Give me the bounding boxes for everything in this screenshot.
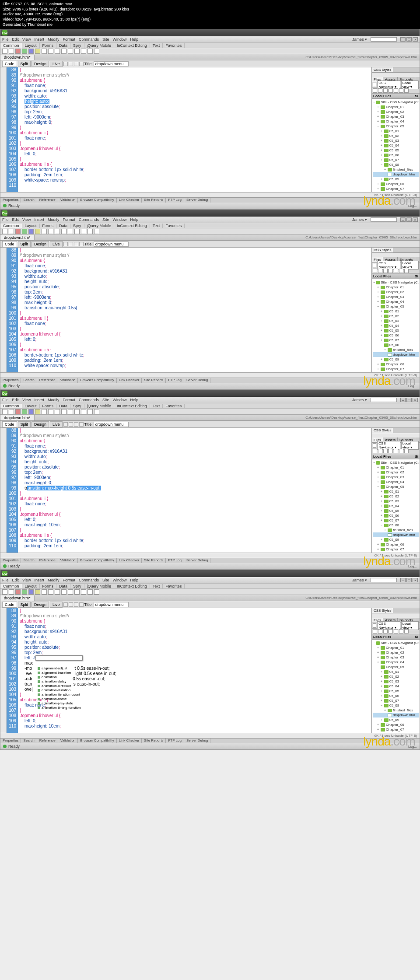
insert-tab[interactable]: Forms: [40, 584, 57, 588]
max-button[interactable]: □: [406, 398, 412, 402]
insert-tab[interactable]: InContext Editing: [114, 584, 150, 588]
file-tree[interactable]: −Site - CSS Navigator (C:\Use...+Chapter…: [372, 99, 420, 192]
menubar[interactable]: FileEditViewInsertModifyFormatCommandsSi…: [0, 217, 420, 223]
autocomplete-item[interactable]: alignment-adjust: [36, 666, 82, 671]
insert-tab[interactable]: Common: [0, 404, 22, 408]
insert-tab[interactable]: Layout: [22, 584, 40, 588]
bottom-tab[interactable]: Server Debug: [184, 738, 210, 743]
search-input[interactable]: [371, 398, 397, 402]
document-tab[interactable]: dropdown.htm*: [0, 55, 35, 60]
document-tab[interactable]: dropdown.htm*: [0, 595, 35, 601]
bottom-tab[interactable]: Search: [21, 378, 37, 383]
bottom-tab[interactable]: Link Checker: [117, 738, 142, 743]
document-tab[interactable]: dropdown.htm*: [0, 415, 35, 420]
menu-modify[interactable]: Modify: [48, 578, 60, 582]
menu-site[interactable]: Site: [102, 398, 109, 402]
close-button[interactable]: ×: [413, 578, 418, 582]
file-tree[interactable]: −Site - CSS Navigator (C:\Use...+Chapter…: [372, 640, 420, 733]
insert-tab[interactable]: Spry: [70, 43, 84, 48]
menu-help[interactable]: Help: [130, 398, 138, 402]
log-link[interactable]: Log...: [408, 745, 417, 749]
insert-tab[interactable]: Common: [0, 584, 22, 588]
bottom-tab[interactable]: Reference: [37, 378, 58, 383]
workspace-switcher[interactable]: James ▾: [352, 217, 367, 222]
menu-file[interactable]: File: [2, 398, 9, 402]
menu-view[interactable]: View: [22, 37, 31, 42]
min-button[interactable]: –: [400, 578, 406, 582]
view-split-button[interactable]: Split: [18, 421, 31, 427]
bottom-tab[interactable]: Browser Compatibility: [78, 738, 116, 743]
insert-tab[interactable]: Text: [150, 584, 163, 588]
menu-edit[interactable]: Edit: [12, 37, 19, 42]
insert-tab[interactable]: Common: [0, 224, 22, 228]
insert-tab[interactable]: Data: [56, 224, 70, 228]
max-button[interactable]: □: [406, 578, 412, 582]
menu-commands[interactable]: Commands: [79, 398, 99, 402]
close-button[interactable]: ×: [413, 37, 418, 42]
view-split-button[interactable]: Split: [18, 61, 31, 67]
insert-tab[interactable]: Favorites: [163, 43, 185, 48]
menu-commands[interactable]: Commands: [79, 217, 99, 222]
css-panel-tab[interactable]: CSS Styles: [372, 428, 420, 433]
menu-format[interactable]: Format: [63, 217, 75, 222]
bottom-tab[interactable]: Search: [21, 198, 37, 203]
autocomplete-item[interactable]: animation-direction: [36, 684, 82, 688]
bottom-tab[interactable]: Server Debug: [184, 378, 210, 383]
insert-tab[interactable]: jQuery Mobile: [84, 584, 115, 588]
autocomplete-item[interactable]: alignment-baseline: [36, 671, 82, 675]
title-input[interactable]: dropdown menu: [94, 61, 129, 66]
insert-tab[interactable]: Spry: [70, 224, 84, 228]
insert-tab[interactable]: jQuery Mobile: [84, 224, 115, 228]
bottom-tab[interactable]: FTP Log: [166, 738, 184, 743]
view-live-button[interactable]: Live: [50, 241, 63, 247]
view-design-button[interactable]: Design: [32, 602, 49, 608]
bottom-tab[interactable]: Link Checker: [117, 558, 142, 563]
insert-tab[interactable]: jQuery Mobile: [84, 43, 115, 48]
view-split-button[interactable]: Split: [18, 602, 31, 608]
insert-tab[interactable]: Forms: [40, 43, 57, 48]
log-link[interactable]: Log...: [408, 384, 417, 388]
bottom-tab[interactable]: Browser Compatibility: [78, 558, 116, 563]
search-input[interactable]: [371, 578, 397, 582]
bottom-tab[interactable]: Link Checker: [117, 198, 142, 203]
menu-file[interactable]: File: [2, 37, 9, 42]
insert-tab[interactable]: Common: [0, 43, 22, 48]
view-code-button[interactable]: Code: [2, 421, 17, 427]
insert-bar[interactable]: CommonLayoutFormsDataSpryjQuery MobileIn…: [0, 42, 420, 48]
bottom-tab[interactable]: Server Debug: [184, 198, 210, 203]
autocomplete-item[interactable]: animation: [36, 675, 82, 679]
file-tree[interactable]: −Site - CSS Navigator (C:\Use...+Chapter…: [372, 279, 420, 372]
autocomplete-item[interactable]: animation-play-state: [36, 701, 82, 706]
bottom-tab[interactable]: Search: [21, 558, 37, 563]
menu-commands[interactable]: Commands: [79, 37, 99, 42]
bottom-tab[interactable]: Validation: [58, 738, 78, 743]
menu-commands[interactable]: Commands: [79, 578, 99, 582]
menu-window[interactable]: Window: [112, 398, 126, 402]
title-input[interactable]: dropdown menu: [94, 602, 129, 607]
document-tab[interactable]: dropdown.htm*: [0, 235, 35, 240]
autocomplete-item[interactable]: animation-iteration-count: [36, 693, 82, 697]
menu-format[interactable]: Format: [63, 578, 75, 582]
view-code-button[interactable]: Code: [2, 602, 17, 608]
code-editor[interactable]: 8889909192939495969798991001011021031041…: [0, 428, 371, 553]
insert-tab[interactable]: InContext Editing: [114, 43, 150, 48]
title-input[interactable]: dropdown menu: [94, 242, 129, 247]
view-code-button[interactable]: Code: [2, 61, 17, 67]
insert-icons[interactable]: [0, 228, 420, 234]
code-editor[interactable]: 8889909192939495969798991001011021031041…: [0, 67, 371, 192]
view-design-button[interactable]: Design: [32, 421, 49, 427]
close-button[interactable]: ×: [413, 398, 418, 402]
insert-tab[interactable]: jQuery Mobile: [84, 404, 115, 408]
menu-modify[interactable]: Modify: [48, 398, 60, 402]
insert-bar[interactable]: CommonLayoutFormsDataSpryjQuery MobileIn…: [0, 223, 420, 228]
bottom-tab[interactable]: Browser Compatibility: [78, 378, 116, 383]
workspace-switcher[interactable]: James ▾: [352, 37, 367, 42]
menu-edit[interactable]: Edit: [12, 217, 19, 222]
min-button[interactable]: –: [400, 398, 406, 402]
close-button[interactable]: ×: [413, 217, 418, 222]
menu-insert[interactable]: Insert: [34, 578, 44, 582]
bottom-tab[interactable]: FTP Log: [166, 378, 184, 383]
bottom-tab[interactable]: Validation: [58, 558, 78, 563]
bottom-tab[interactable]: Site Reports: [142, 738, 166, 743]
menubar[interactable]: FileEditViewInsertModifyFormatCommandsSi…: [0, 397, 420, 403]
